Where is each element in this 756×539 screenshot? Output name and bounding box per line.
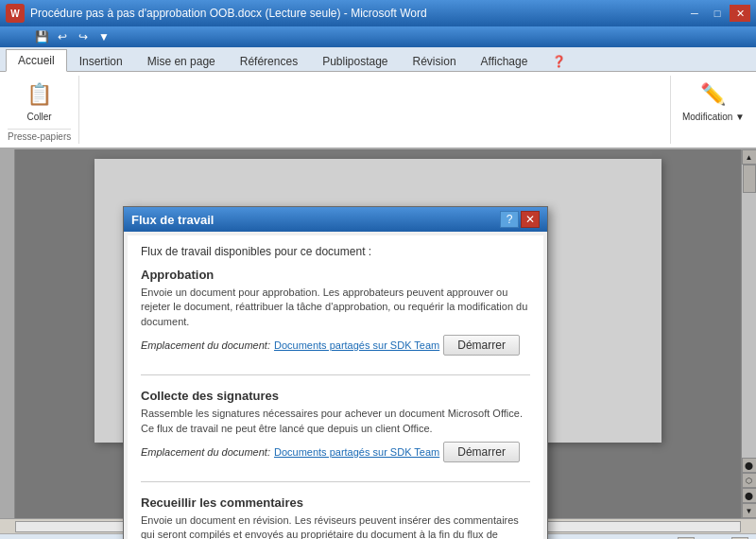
workflow-signatures-title: Collecte des signatures (141, 389, 530, 403)
dialog-close-x-button[interactable]: ✕ (521, 211, 540, 228)
dialog-titlebar: Flux de travail ? ✕ (124, 207, 547, 232)
window-title: Procédure pas à pas d'approbation OOB.do… (30, 7, 684, 20)
workflow-approbation-location-link[interactable]: Documents partagés sur SDK Team (274, 339, 439, 351)
modification-icon: ✏️ (698, 79, 729, 110)
coller-button[interactable]: 📋 Coller (21, 78, 59, 124)
maximize-button[interactable]: □ (707, 5, 728, 22)
presse-papiers-title: Presse-papiers (8, 129, 71, 142)
dialog-content: Flux de travail disponibles pour ce docu… (128, 235, 543, 539)
ribbon-tabs: Accueil Insertion Mise en page Référence… (0, 47, 756, 72)
minimize-button[interactable]: ─ (684, 5, 705, 22)
main-area: ▲ ⬤ ⬡ ⬤ ▼ Flux de travail ? ✕ Flux de tr… (0, 149, 756, 518)
dialog-help-button[interactable]: ? (500, 211, 519, 228)
workflow-approbation-title: Approbation (141, 268, 530, 282)
window-controls: ─ □ ✕ (684, 5, 750, 22)
tab-mise-en-page[interactable]: Mise en page (135, 50, 228, 72)
undo-quick-button[interactable]: ↩ (54, 28, 71, 45)
workflow-approbation-start-button[interactable]: Démarrer (443, 335, 520, 356)
workflow-signatures-location-label: Emplacement du document: (141, 446, 270, 458)
save-quick-button[interactable]: 💾 (33, 28, 50, 45)
tab-help[interactable]: ❓ (540, 50, 578, 72)
tab-revision[interactable]: Révision (401, 50, 469, 72)
redo-quick-button[interactable]: ↪ (75, 28, 92, 45)
quick-toolbar-dropdown[interactable]: ▼ (95, 28, 112, 45)
title-bar: W Procédure pas à pas d'approbation OOB.… (0, 0, 756, 26)
app-icon: W (6, 4, 25, 23)
flux-travail-dialog: Flux de travail ? ✕ Flux de travail disp… (123, 206, 548, 539)
tab-insertion[interactable]: Insertion (67, 50, 135, 72)
dialog-title: Flux de travail (131, 213, 500, 227)
workflow-approbation-desc: Envoie un document pour approbation. Les… (141, 286, 530, 329)
modification-label: Modification ▼ (682, 112, 745, 122)
quick-access-toolbar: 💾 ↩ ↪ ▼ (0, 26, 756, 47)
coller-icon: 📋 (25, 79, 55, 110)
tab-accueil[interactable]: Accueil (6, 49, 67, 72)
tab-references[interactable]: Références (228, 50, 310, 72)
workflow-approbation-location: Emplacement du document: Documents parta… (141, 335, 530, 356)
dialog-title-buttons: ? ✕ (500, 211, 540, 228)
close-window-button[interactable]: ✕ (730, 5, 750, 22)
workflow-signatures: Collecte des signatures Rassemble les si… (141, 389, 530, 482)
workflow-commentaires: Recueillir les commentaires Envoie un do… (141, 496, 530, 539)
modal-overlay: Flux de travail ? ✕ Flux de travail disp… (0, 149, 756, 518)
workflow-commentaires-title: Recueillir les commentaires (141, 496, 530, 510)
workflow-signatures-desc: Rassemble les signatures nécessaires pou… (141, 407, 530, 436)
workflow-approbation-location-label: Emplacement du document: (141, 339, 270, 351)
ribbon-content: 📋 Coller Presse-papiers ✏️ Modification … (0, 72, 756, 149)
workflow-signatures-start-button[interactable]: Démarrer (443, 442, 520, 462)
workflow-signatures-location-link[interactable]: Documents partagés sur SDK Team (274, 446, 439, 458)
coller-label: Coller (27, 112, 52, 122)
modification-button[interactable]: ✏️ Modification ▼ (679, 78, 748, 124)
workflow-commentaires-desc: Envoie un document en révision. Les révi… (141, 513, 530, 539)
dialog-header: Flux de travail disponibles pour ce docu… (141, 245, 530, 258)
workflow-signatures-location: Emplacement du document: Documents parta… (141, 442, 530, 462)
ribbon-group-presse-papiers: 📋 Coller Presse-papiers (0, 76, 79, 144)
ribbon-group-modification: ✏️ Modification ▼ (670, 76, 756, 144)
workflow-approbation: Approbation Envoie un document pour appr… (141, 268, 530, 375)
tab-publipostage[interactable]: Publipostage (310, 50, 400, 72)
tab-affichage[interactable]: Affichage (469, 50, 541, 72)
